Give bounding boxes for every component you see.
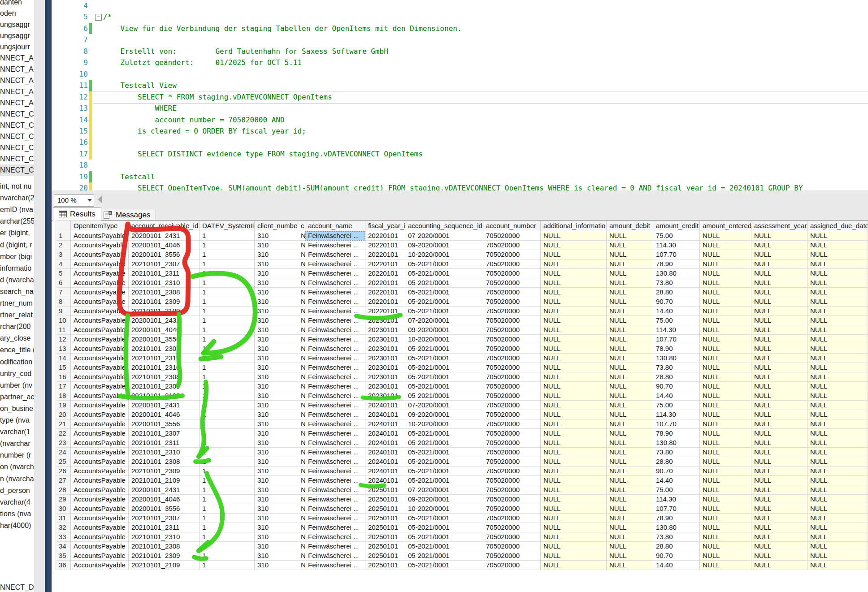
grid-cell-c[interactable]: N [298, 419, 305, 429]
grid-cell-amount_debit[interactable]: NULL [607, 231, 653, 241]
grid-cell-client_number[interactable]: 310 [255, 542, 298, 551]
grid-cell-fiscal_year_id[interactable]: 20220101 [365, 250, 405, 259]
grid-cell-account_number[interactable]: 705020000 [483, 278, 541, 288]
grid-cell-amount_entered[interactable]: NULL [700, 448, 751, 457]
grid-cell-client_number[interactable]: 310 [255, 363, 298, 372]
grid-cell-assigned_due_date[interactable]: NULL [807, 495, 868, 504]
sidebar-item[interactable]: NNECT_Ac [0, 64, 34, 75]
grid-header-amount_entered[interactable]: amount_entered [700, 220, 751, 231]
grid-cell-amount_entered[interactable]: NULL [700, 297, 751, 307]
sidebar-item[interactable]: NNECT_Cr [0, 164, 34, 176]
grid-cell-account_number[interactable]: 705020000 [483, 391, 541, 401]
grid-cell-OpenItemType[interactable]: AccountsPayable [71, 354, 129, 363]
grid-cell-assessment_year[interactable]: NULL [751, 504, 807, 514]
grid-cell-amount_credit[interactable]: 114.30 [653, 410, 700, 419]
grid-cell-DATEV_SystemID[interactable]: 1 [200, 457, 255, 467]
grid-cell-rownum[interactable]: 14 [56, 354, 71, 363]
grid-cell-amount_credit[interactable]: 90.70 [653, 467, 700, 476]
grid-cell-account_receivable_id[interactable]: 20210101_2308 [129, 288, 200, 297]
grid-cell-amount_debit[interactable]: NULL [607, 551, 653, 561]
grid-cell-amount_credit[interactable]: 73.80 [653, 278, 700, 288]
grid-cell-account_number[interactable]: 705020000 [483, 561, 541, 570]
grid-cell-account_name[interactable]: Feinwäscherei ... [305, 382, 365, 391]
grid-cell-DATEV_SystemID[interactable]: 1 [200, 391, 255, 401]
grid-cell-additional_information[interactable]: NULL [541, 551, 607, 561]
grid-cell-amount_credit[interactable]: 75.00 [653, 401, 700, 410]
grid-cell-account_receivable_id[interactable]: 20200101_4046 [129, 410, 200, 419]
grid-cell-rownum[interactable]: 10 [56, 316, 71, 325]
grid-cell-c[interactable]: N [298, 551, 305, 561]
grid-cell-amount_credit[interactable]: 14.40 [653, 476, 700, 485]
grid-cell-c[interactable]: N [298, 250, 305, 259]
grid-cell-account_number[interactable]: 705020000 [483, 504, 541, 514]
grid-cell-account_name[interactable]: Feinwäscherei ... [305, 542, 365, 551]
grid-cell-amount_entered[interactable]: NULL [700, 288, 751, 297]
grid-cell-c[interactable]: N [298, 542, 305, 551]
grid-cell-fiscal_year_id[interactable]: 20230101 [365, 382, 405, 391]
grid-cell-c[interactable]: N [298, 372, 305, 382]
grid-cell-account_number[interactable]: 705020000 [483, 269, 541, 278]
grid-cell-assessment_year[interactable]: NULL [751, 419, 807, 429]
grid-cell-DATEV_SystemID[interactable]: 1 [200, 382, 255, 391]
sidebar-item[interactable]: ungsaggr [0, 19, 34, 30]
grid-cell-account_receivable_id[interactable]: 20210101_2109 [129, 307, 200, 316]
grid-cell-additional_information[interactable]: NULL [541, 250, 607, 259]
grid-cell-DATEV_SystemID[interactable]: 1 [200, 485, 255, 495]
grid-cell-rownum[interactable]: 4 [56, 259, 71, 269]
grid-cell-amount_entered[interactable]: NULL [700, 561, 751, 570]
grid-cell-OpenItemType[interactable]: AccountsPayable [71, 485, 129, 495]
grid-cell-account_receivable_id[interactable]: 20200101_3556 [129, 419, 200, 429]
grid-cell-DATEV_SystemID[interactable]: 1 [200, 325, 255, 335]
grid-cell-assessment_year[interactable]: NULL [751, 476, 807, 485]
grid-header-client_number[interactable]: client_number [255, 220, 298, 231]
grid-cell-rownum[interactable]: 6 [56, 278, 71, 288]
grid-cell-accounting_sequence_id[interactable]: 05-2021/0001 [405, 269, 483, 278]
grid-cell-account_number[interactable]: 705020000 [483, 495, 541, 504]
grid-cell-c[interactable]: N [298, 532, 305, 542]
grid-cell-assessment_year[interactable]: NULL [751, 325, 807, 335]
grid-cell-account_name[interactable]: Feinwäscherei ... [305, 523, 365, 532]
grid-cell-amount_entered[interactable]: NULL [700, 391, 751, 401]
grid-cell-fiscal_year_id[interactable]: 20240101 [365, 457, 405, 467]
grid-cell-assigned_due_date[interactable]: NULL [807, 307, 868, 316]
grid-header-amount_debit[interactable]: amount_debit [607, 220, 653, 231]
grid-cell-amount_credit[interactable]: 78.90 [653, 259, 700, 269]
sidebar-item[interactable]: NNECT_Cl [0, 108, 34, 120]
grid-cell-assessment_year[interactable]: NULL [751, 429, 807, 438]
grid-cell-assigned_due_date[interactable]: NULL [807, 429, 868, 438]
grid-cell-amount_entered[interactable]: NULL [700, 382, 751, 391]
grid-cell-assigned_due_date[interactable]: NULL [807, 514, 868, 523]
grid-cell-DATEV_SystemID[interactable]: 1 [200, 542, 255, 551]
grid-cell-OpenItemType[interactable]: AccountsPayable [71, 278, 129, 288]
sidebar-item[interactable]: NNECT_Ac [0, 97, 34, 108]
grid-cell-DATEV_SystemID[interactable]: 1 [200, 467, 255, 476]
grid-cell-amount_debit[interactable]: NULL [607, 297, 653, 307]
grid-cell-additional_information[interactable]: NULL [541, 344, 607, 354]
grid-cell-assessment_year[interactable]: NULL [751, 532, 807, 542]
grid-cell-c[interactable]: N [298, 514, 305, 523]
grid-cell-amount_debit[interactable]: NULL [607, 250, 653, 259]
grid-cell-additional_information[interactable]: NULL [541, 316, 607, 325]
grid-cell-amount_debit[interactable]: NULL [607, 504, 653, 514]
grid-cell-accounting_sequence_id[interactable]: 09-2020/0001 [405, 410, 483, 419]
grid-cell-amount_credit[interactable]: 130.80 [653, 523, 700, 532]
grid-cell-additional_information[interactable]: NULL [541, 532, 607, 542]
grid-cell-account_number[interactable]: 705020000 [483, 401, 541, 410]
grid-cell-amount_entered[interactable]: NULL [700, 504, 751, 514]
grid-cell-rownum[interactable]: 34 [56, 542, 71, 551]
grid-cell-account_receivable_id[interactable]: 20210101_2309 [129, 551, 200, 561]
grid-cell-client_number[interactable]: 310 [255, 372, 298, 382]
grid-cell-additional_information[interactable]: NULL [541, 278, 607, 288]
grid-cell-OpenItemType[interactable]: AccountsPayable [71, 410, 129, 419]
grid-cell-amount_debit[interactable]: NULL [607, 391, 653, 401]
grid-cell-account_name[interactable]: Feinwäscherei ... [305, 391, 365, 401]
grid-cell-account_receivable_id[interactable]: 20200101_3556 [129, 335, 200, 344]
grid-cell-account_receivable_id[interactable]: 20210101_2310 [129, 448, 200, 457]
grid-cell-client_number[interactable]: 310 [255, 316, 298, 325]
grid-cell-amount_entered[interactable]: NULL [700, 429, 751, 438]
grid-cell-amount_entered[interactable]: NULL [700, 467, 751, 476]
grid-cell-accounting_sequence_id[interactable]: 05-2021/0001 [405, 532, 483, 542]
grid-cell-additional_information[interactable]: NULL [541, 495, 607, 504]
grid-cell-assigned_due_date[interactable]: NULL [807, 278, 868, 288]
grid-cell-assigned_due_date[interactable]: NULL [807, 485, 868, 495]
